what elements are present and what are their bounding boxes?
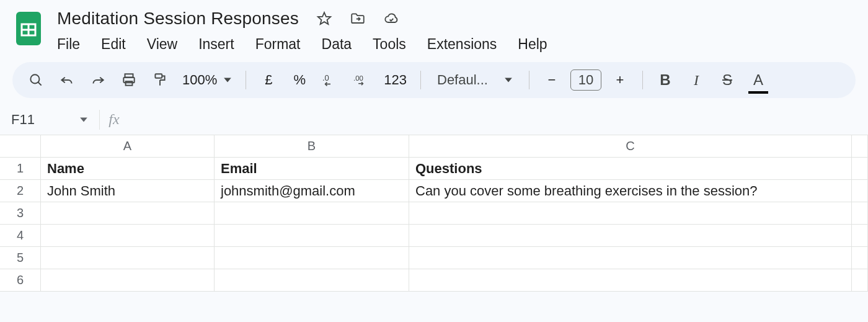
svg-rect-9 xyxy=(126,81,133,86)
cell[interactable] xyxy=(852,247,868,269)
spreadsheet-grid: A B C 1 2 3 4 5 6 Name Email Questions J… xyxy=(0,135,868,292)
more-formats-button[interactable]: 123 xyxy=(384,69,407,91)
chevron-down-icon xyxy=(223,72,232,88)
cell[interactable] xyxy=(852,158,868,180)
svg-marker-4 xyxy=(318,12,330,24)
menu-view[interactable]: View xyxy=(147,36,177,53)
table-row: John Smith johnsmith@gmail.com Can you c… xyxy=(41,180,868,202)
table-row xyxy=(41,269,868,292)
undo-icon[interactable] xyxy=(58,69,76,91)
cell-B1[interactable]: Email xyxy=(215,158,409,180)
table-row xyxy=(41,202,868,225)
svg-marker-15 xyxy=(80,117,87,122)
cell-C3[interactable] xyxy=(409,202,852,225)
cell-C4[interactable] xyxy=(409,225,852,247)
row-header[interactable]: 5 xyxy=(0,247,41,269)
cell[interactable] xyxy=(852,269,868,292)
formula-input[interactable] xyxy=(128,104,868,135)
cell-C6[interactable] xyxy=(409,269,852,292)
cell-A6[interactable] xyxy=(41,269,215,292)
menu-extensions[interactable]: Extensions xyxy=(427,36,497,53)
cell-B2[interactable]: johnsmith@gmail.com xyxy=(215,180,409,202)
toolbar-separator xyxy=(642,71,643,89)
row-headers: 1 2 3 4 5 6 xyxy=(0,158,41,292)
svg-text:.0: .0 xyxy=(322,73,329,83)
cell-A5[interactable] xyxy=(41,247,215,269)
print-icon[interactable] xyxy=(120,69,138,91)
menu-insert[interactable]: Insert xyxy=(198,36,234,53)
zoom-value: 100% xyxy=(182,72,217,88)
bold-button[interactable]: B xyxy=(657,69,674,91)
strikethrough-button[interactable]: S xyxy=(719,69,736,91)
column-header-next[interactable] xyxy=(852,135,868,158)
chevron-down-icon xyxy=(79,112,88,128)
document-title[interactable]: Meditation Session Responses xyxy=(57,9,299,29)
menu-file[interactable]: File xyxy=(57,36,80,53)
cell-A3[interactable] xyxy=(41,202,215,225)
font-size-input[interactable]: 10 xyxy=(570,69,601,91)
name-box-value: F11 xyxy=(11,112,35,128)
toolbar: 100% £ % .0 .00 123 Defaul... − 10 + B I… xyxy=(12,62,856,98)
menu-edit[interactable]: Edit xyxy=(101,36,126,53)
title-area: Meditation Session Responses File Edit V… xyxy=(0,0,868,60)
increase-decimal-button[interactable]: .00 xyxy=(353,69,370,91)
star-icon[interactable] xyxy=(316,11,332,27)
font-family-value: Defaul... xyxy=(437,72,488,88)
move-to-folder-icon[interactable] xyxy=(350,11,366,27)
cell-C5[interactable] xyxy=(409,247,852,269)
cell-B6[interactable] xyxy=(215,269,409,292)
toolbar-separator xyxy=(529,71,529,89)
column-header-C[interactable]: C xyxy=(409,135,852,158)
italic-button[interactable]: I xyxy=(688,69,705,91)
menu-format[interactable]: Format xyxy=(255,36,301,53)
table-row: Name Email Questions xyxy=(41,158,868,180)
svg-point-5 xyxy=(30,74,39,83)
toolbar-separator xyxy=(420,71,421,89)
font-size-increase[interactable]: + xyxy=(611,69,629,91)
search-icon[interactable] xyxy=(27,69,45,91)
font-size-decrease[interactable]: − xyxy=(543,69,560,91)
paint-format-icon[interactable] xyxy=(151,69,169,91)
column-header-A[interactable]: A xyxy=(41,135,215,158)
column-headers: A B C xyxy=(0,135,868,158)
row-header[interactable]: 2 xyxy=(0,180,41,202)
svg-text:.00: .00 xyxy=(353,74,363,82)
menu-tools[interactable]: Tools xyxy=(373,36,406,53)
cell[interactable] xyxy=(852,202,868,225)
select-all-corner[interactable] xyxy=(0,135,41,158)
formula-bar: F11 fx xyxy=(0,104,868,135)
chevron-down-icon xyxy=(504,72,513,88)
cell-A2[interactable]: John Smith xyxy=(41,180,215,202)
decrease-decimal-button[interactable]: .0 xyxy=(322,69,339,91)
column-header-B[interactable]: B xyxy=(215,135,409,158)
cell-A4[interactable] xyxy=(41,225,215,247)
font-family-dropdown[interactable]: Defaul... xyxy=(435,69,515,91)
redo-icon[interactable] xyxy=(89,69,107,91)
sheets-logo[interactable] xyxy=(11,6,46,51)
menu-data[interactable]: Data xyxy=(322,36,352,53)
cloud-saved-icon[interactable] xyxy=(383,11,399,27)
row-header[interactable]: 6 xyxy=(0,269,41,292)
text-color-button[interactable]: A xyxy=(750,69,767,91)
cell-A1[interactable]: Name xyxy=(41,158,215,180)
cell-B5[interactable] xyxy=(215,247,409,269)
svg-marker-11 xyxy=(224,78,231,83)
currency-format-button[interactable]: £ xyxy=(260,69,277,91)
table-row xyxy=(41,225,868,247)
menu-bar: File Edit View Insert Format Data Tools … xyxy=(57,36,547,53)
cell-C2[interactable]: Can you cover some breathing exercises i… xyxy=(409,180,852,202)
row-header[interactable]: 3 xyxy=(0,202,41,225)
cell[interactable] xyxy=(852,180,868,202)
cells: Name Email Questions John Smith johnsmit… xyxy=(41,158,868,292)
menu-help[interactable]: Help xyxy=(518,36,547,53)
cell-B3[interactable] xyxy=(215,202,409,225)
cell-B4[interactable] xyxy=(215,225,409,247)
row-header[interactable]: 1 xyxy=(0,158,41,180)
cell[interactable] xyxy=(852,225,868,247)
cell-C1[interactable]: Questions xyxy=(409,158,852,180)
toolbar-separator xyxy=(246,71,246,89)
name-box[interactable]: F11 xyxy=(0,104,99,135)
percent-format-button[interactable]: % xyxy=(291,69,308,91)
zoom-dropdown[interactable]: 100% xyxy=(182,69,232,91)
row-header[interactable]: 4 xyxy=(0,225,41,247)
